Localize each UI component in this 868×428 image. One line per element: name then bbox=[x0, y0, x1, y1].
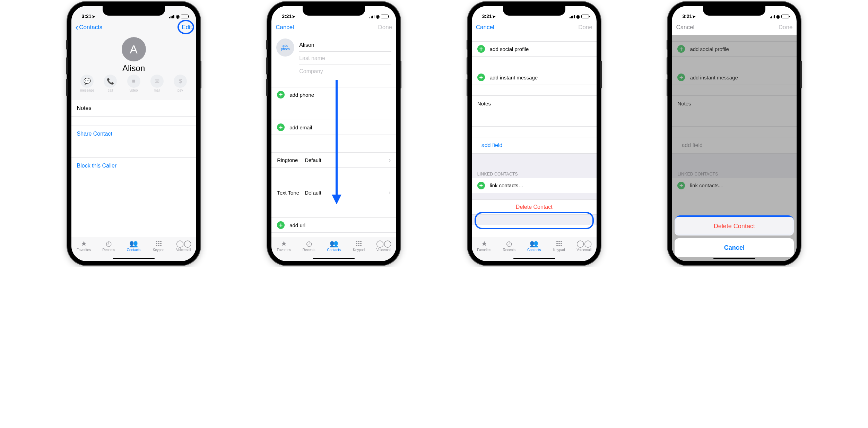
nav-bar: Cancel Done bbox=[672, 20, 797, 35]
cancel-button[interactable]: Cancel bbox=[276, 24, 294, 31]
tab-voicemail[interactable]: ◯◯Voicemail bbox=[572, 239, 597, 252]
tab-keypad[interactable]: Keypad bbox=[346, 239, 371, 252]
notes-row[interactable]: Notes bbox=[71, 100, 196, 117]
tab-keypad[interactable]: Keypad bbox=[547, 239, 572, 252]
tab-favorites[interactable]: ★Favorites bbox=[71, 239, 96, 252]
phone-frame-4: 3:21➤ ◉ Cancel Done +add social profile … bbox=[668, 2, 801, 265]
ringtone-key: Ringtone bbox=[277, 157, 305, 163]
tab-label: Keypad bbox=[346, 248, 371, 252]
star-icon: ★ bbox=[472, 239, 497, 248]
battery-icon bbox=[781, 15, 789, 18]
phone-frame-2: 3:21➤ ◉ Cancel Done addphoto Last name C… bbox=[267, 2, 400, 265]
add-social-row[interactable]: +add social profile bbox=[472, 41, 597, 57]
wifi-icon: ◉ bbox=[376, 14, 380, 19]
add-social-label: add social profile bbox=[490, 46, 529, 52]
chevron-right-icon: › bbox=[389, 156, 391, 164]
tab-voicemail[interactable]: ◯◯Voicemail bbox=[171, 239, 196, 252]
keypad-icon bbox=[346, 239, 371, 248]
plus-icon: + bbox=[477, 182, 485, 189]
tab-contacts[interactable]: 👥Contacts bbox=[121, 239, 146, 252]
done-button[interactable]: Done bbox=[578, 24, 592, 31]
share-contact-row[interactable]: Share Contact bbox=[71, 126, 196, 142]
contacts-icon: 👥 bbox=[522, 239, 547, 248]
plus-icon: + bbox=[277, 91, 285, 99]
tab-voicemail[interactable]: ◯◯Voicemail bbox=[371, 239, 396, 252]
cancel-button[interactable]: Cancel bbox=[676, 24, 694, 31]
tab-label: Contacts bbox=[321, 248, 346, 252]
tab-recents[interactable]: ◴Recents bbox=[497, 239, 522, 252]
action-mail[interactable]: ✉mail bbox=[145, 75, 168, 92]
location-icon: ➤ bbox=[92, 14, 95, 19]
sheet-delete-button[interactable]: Delete Contact bbox=[675, 217, 794, 236]
phone-icon: 📞 bbox=[104, 75, 117, 88]
add-phone-label: add phone bbox=[289, 92, 314, 98]
signal-icon bbox=[770, 15, 775, 18]
keypad-icon bbox=[547, 239, 572, 248]
back-label: Contacts bbox=[79, 24, 102, 31]
sheet-cancel-button[interactable]: Cancel bbox=[675, 238, 794, 257]
texttone-value: Default bbox=[305, 190, 389, 196]
delete-contact-row[interactable]: Delete Contact bbox=[472, 199, 597, 215]
home-indicator[interactable] bbox=[513, 258, 555, 259]
action-message[interactable]: 💬message bbox=[76, 75, 99, 92]
tab-recents[interactable]: ◴Recents bbox=[296, 239, 321, 252]
edit-button[interactable]: Edit bbox=[182, 24, 192, 31]
tab-label: Recents bbox=[497, 248, 522, 252]
tab-favorites[interactable]: ★Favorites bbox=[271, 239, 296, 252]
voicemail-icon: ◯◯ bbox=[572, 239, 597, 248]
add-phone-row[interactable]: +add phone bbox=[271, 87, 396, 102]
company-field[interactable]: Company bbox=[299, 68, 391, 75]
action-label: message bbox=[76, 88, 99, 92]
tab-contacts[interactable]: 👥Contacts bbox=[321, 239, 346, 252]
location-icon: ➤ bbox=[692, 14, 696, 19]
signal-icon bbox=[570, 15, 575, 18]
phone-frame-3: 3:21➤ ◉ Cancel Done +add social profile … bbox=[468, 2, 601, 265]
tab-recents[interactable]: ◴Recents bbox=[96, 239, 121, 252]
signal-icon bbox=[169, 15, 174, 18]
texttone-key: Text Tone bbox=[277, 190, 305, 196]
notes-field[interactable]: Notes bbox=[472, 95, 597, 127]
contacts-icon: 👥 bbox=[321, 239, 346, 248]
action-video[interactable]: ■video bbox=[122, 75, 145, 92]
tab-label: Contacts bbox=[522, 248, 547, 252]
add-field-row[interactable]: add field bbox=[472, 137, 597, 154]
wifi-icon: ◉ bbox=[576, 14, 580, 19]
clock-icon: ◴ bbox=[497, 239, 522, 248]
contact-hero: A Alison 💬message 📞call ■video ✉mail $pa… bbox=[71, 35, 196, 100]
star-icon: ★ bbox=[271, 239, 296, 248]
action-call[interactable]: 📞call bbox=[99, 75, 122, 92]
action-pay[interactable]: $pay bbox=[168, 75, 192, 92]
ringtone-row[interactable]: RingtoneDefault› bbox=[271, 152, 396, 168]
ringtone-value: Default bbox=[305, 157, 389, 163]
first-name-field[interactable] bbox=[299, 42, 391, 48]
clock: 3:21 bbox=[82, 14, 92, 19]
tab-label: Voicemail bbox=[572, 248, 597, 252]
action-label: pay bbox=[168, 88, 192, 92]
notch bbox=[303, 6, 365, 16]
block-caller-row[interactable]: Block this Caller bbox=[71, 157, 196, 174]
texttone-row[interactable]: Text ToneDefault› bbox=[271, 185, 396, 200]
home-indicator[interactable] bbox=[713, 258, 755, 259]
add-url-row[interactable]: +add url bbox=[271, 217, 396, 233]
cancel-button[interactable]: Cancel bbox=[476, 24, 494, 31]
home-indicator[interactable] bbox=[313, 258, 355, 259]
link-contacts-row[interactable]: +link contacts… bbox=[472, 178, 597, 193]
add-email-row[interactable]: +add email bbox=[271, 120, 396, 135]
tab-label: Recents bbox=[96, 248, 121, 252]
tab-favorites[interactable]: ★Favorites bbox=[472, 239, 497, 252]
clock: 3:21 bbox=[682, 14, 692, 19]
plus-icon: + bbox=[477, 45, 485, 53]
back-button[interactable]: ‹Contacts bbox=[76, 24, 103, 31]
contacts-icon: 👥 bbox=[121, 239, 146, 248]
add-photo-button[interactable]: addphoto bbox=[276, 38, 294, 57]
add-im-row[interactable]: +add instant message bbox=[472, 70, 597, 85]
tab-keypad[interactable]: Keypad bbox=[146, 239, 171, 252]
home-indicator[interactable] bbox=[113, 258, 155, 259]
battery-icon bbox=[381, 15, 389, 18]
tab-contacts[interactable]: 👥Contacts bbox=[522, 239, 547, 252]
add-im-label: add instant message bbox=[490, 75, 538, 80]
done-button[interactable]: Done bbox=[378, 24, 392, 31]
last-name-field[interactable]: Last name bbox=[299, 55, 391, 61]
location-icon: ➤ bbox=[292, 14, 295, 19]
done-button[interactable]: Done bbox=[779, 24, 793, 31]
